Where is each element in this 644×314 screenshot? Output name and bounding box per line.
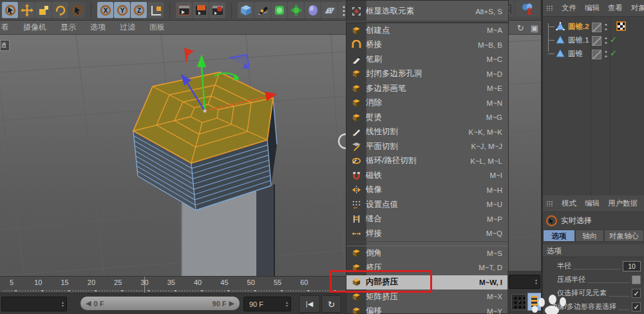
keyframe-record-icon[interactable] [511, 294, 526, 310]
om-menu-0[interactable]: 文件 [562, 3, 576, 13]
visibility-dots-icon[interactable] [605, 50, 607, 58]
snap-cursor-icon[interactable] [69, 2, 85, 18]
viewport-menu-2[interactable]: 显示 [61, 22, 76, 33]
cone-object-icon[interactable] [555, 35, 565, 45]
menu-item-magnet[interactable]: 磁铁M~I [346, 168, 508, 183]
object-name[interactable]: 圆锥 [568, 49, 583, 59]
rotate-icon[interactable] [52, 2, 68, 18]
move-icon[interactable] [19, 2, 35, 18]
menu-item-create-point[interactable]: 创建点M~A [346, 23, 508, 38]
range-right-arrow-icon[interactable]: ▶ [229, 299, 234, 308]
menu-item-line-cut[interactable]: 线性切割K~K, M~K [346, 125, 508, 140]
panel-grid-icon[interactable] [546, 201, 553, 206]
viewport-menu-0[interactable]: 看 [1, 22, 9, 33]
layer-color-icon[interactable] [592, 50, 601, 59]
param-checkbox[interactable]: ✓ [632, 302, 641, 311]
subdivision-surface-icon[interactable] [271, 2, 287, 18]
param-value-field[interactable]: 10 [623, 261, 641, 271]
render-settings-icon[interactable] [209, 2, 225, 18]
tree-branch [548, 54, 554, 54]
viewport-menu-4[interactable]: 过滤 [120, 22, 135, 33]
object-name[interactable]: 圆锥.1 [568, 35, 589, 45]
spline-pen-icon[interactable] [254, 2, 270, 18]
object-name[interactable]: 圆锥.2 [568, 22, 589, 32]
menu-item-polygon-pen[interactable]: 多边形画笔M~E [346, 81, 508, 96]
menu-item-bevel[interactable]: 倒角M~S [346, 246, 508, 261]
floor-icon[interactable] [321, 2, 337, 18]
plane-cut-icon [346, 142, 366, 152]
viewport-menu-5[interactable]: 面板 [149, 22, 165, 33]
rotate-view-icon[interactable]: ↻ [517, 23, 524, 33]
menu-item-smooth-shift[interactable]: 偏移M~Y [346, 304, 508, 314]
end-frame-field[interactable]: 90 F ▲▼ [243, 297, 291, 311]
live-selection-icon [546, 215, 557, 226]
visibility-dots-icon[interactable] [605, 23, 607, 31]
menu-item-shortcut: M~T, D [478, 264, 508, 271]
select-cursor-icon[interactable] [2, 2, 18, 18]
om-menu-2[interactable]: 查看 [608, 3, 623, 13]
frame-step-field[interactable]: ▲▼ [509, 275, 540, 289]
primitive-cube-icon[interactable] [238, 2, 254, 18]
current-frame-field[interactable]: ▲▼ [1, 297, 67, 311]
attr-menu-0[interactable]: 模式 [562, 199, 576, 208]
coordinates-manager-icon[interactable] [515, 1, 540, 17]
object-row-1[interactable]: 圆锥.1✓ [543, 34, 644, 47]
ruler-tick-25: 25 [114, 279, 122, 286]
attr-menu-1[interactable]: 编辑 [585, 199, 600, 208]
tab-0[interactable]: 选项 [543, 230, 575, 242]
loop-playback-button[interactable]: ↻ [321, 295, 341, 313]
axis-z-icon[interactable]: Z [131, 2, 147, 18]
tab-2[interactable]: 对象轴心 [604, 230, 644, 242]
menu-item-bridge[interactable]: 桥接M~B, B [346, 38, 508, 53]
tab-1[interactable]: 轴向 [575, 230, 604, 242]
menu-item-close-polygon-hole[interactable]: 封闭多边形孔洞M~D [346, 67, 508, 82]
menu-item-frame-selected[interactable]: 框显选取元素Alt+S, S [346, 2, 508, 21]
om-menu-1[interactable]: 编辑 [585, 3, 600, 13]
menu-item-plane-cut[interactable]: 平面切割K~J, M~J [346, 139, 508, 154]
polygon-selection-tag-icon[interactable] [616, 21, 626, 31]
spinner-arrows-icon[interactable]: ▲▼ [61, 301, 66, 308]
deformer-icon[interactable] [288, 2, 304, 18]
viewport-menu-1[interactable]: 摄像机 [23, 22, 46, 33]
timeline-range-scrubber[interactable]: ◀ 0 F 90 F ▶ [80, 297, 240, 310]
viewport-menu-3[interactable]: 选项 [90, 22, 106, 33]
menu-item-label: 笔刷 [366, 54, 486, 65]
menu-item-shortcut: M~C [486, 55, 508, 63]
scale-icon[interactable] [35, 2, 52, 18]
attr-menu-2[interactable]: 用户数据 [608, 199, 638, 208]
param-checkbox[interactable] [632, 275, 641, 284]
axis-x-icon[interactable]: X [97, 2, 113, 18]
menu-item-loop-path-cut[interactable]: 循环/路径切割K~L, M~L [346, 154, 508, 169]
field-icon[interactable] [305, 2, 321, 18]
object-row-0[interactable]: 圆锥.2 [543, 20, 644, 34]
svg-text:X: X [103, 7, 108, 14]
om-menu-3[interactable]: 对象 [631, 3, 644, 13]
menu-item-brush[interactable]: 笔刷M~C [346, 52, 508, 67]
range-left-arrow-icon[interactable]: ◀ [86, 299, 91, 308]
spinner-arrows-icon[interactable]: ▲▼ [285, 301, 290, 308]
render-view-icon[interactable] [176, 2, 192, 18]
menu-item-mirror[interactable]: 镜像M~H [346, 183, 508, 198]
layer-color-icon[interactable] [592, 36, 601, 46]
toggle-panel-icon[interactable]: ▣ [531, 23, 538, 33]
render-region-icon[interactable] [193, 2, 209, 18]
coordinate-system-icon[interactable] [147, 2, 164, 18]
param-checkbox[interactable]: ✓ [632, 289, 641, 298]
enabled-check-icon[interactable]: ✓ [610, 35, 617, 44]
panel-grid-icon[interactable] [546, 5, 553, 11]
enabled-check-icon[interactable]: ✓ [610, 48, 617, 58]
cone-object-icon[interactable] [555, 48, 565, 59]
visibility-dots-icon[interactable] [605, 36, 607, 44]
menu-item-dissolve[interactable]: 消除M~N [346, 96, 508, 111]
object-row-2[interactable]: 圆锥✓ [543, 47, 644, 61]
menu-item-iron[interactable]: 熨烫M~G [346, 110, 508, 125]
menu-item-label: 偏移 [366, 306, 487, 314]
layer-color-icon[interactable] [592, 23, 601, 32]
axis-y-icon[interactable]: Y [114, 2, 130, 18]
menu-item-weld[interactable]: 焊接M~Q [346, 226, 508, 241]
menu-item-set-point-value[interactable]: x=设置点值M~U [346, 197, 508, 212]
spinner-arrows-icon[interactable]: ▲▼ [535, 279, 540, 285]
cone-object-icon[interactable] [555, 21, 565, 32]
menu-item-stitch-and-sew[interactable]: 缝合M~P [346, 212, 508, 227]
go-to-start-button[interactable]: |◀ [299, 295, 320, 313]
